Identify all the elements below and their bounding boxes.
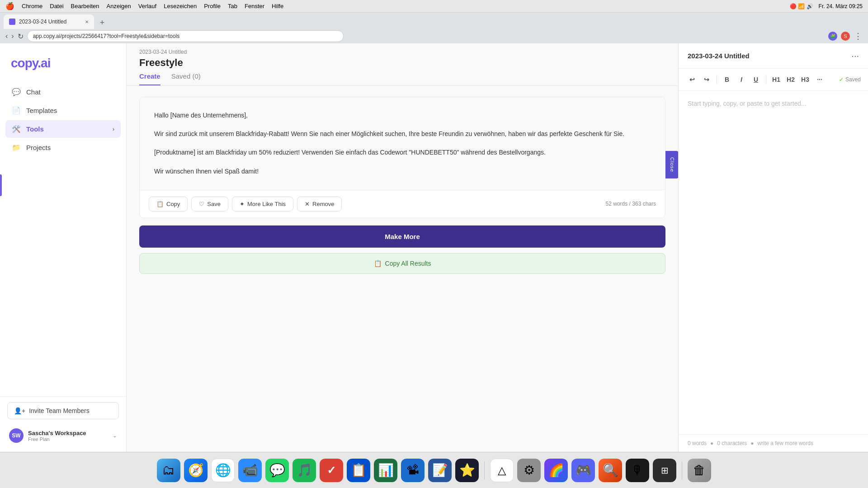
sidebar-item-chat[interactable]: 💬 Chat [5, 83, 121, 101]
more-like-this-icon: ✦ [240, 201, 245, 207]
apple-icon[interactable]: 🍎 [5, 2, 14, 10]
tools-chevron-icon: › [113, 126, 114, 132]
workspace-row[interactable]: SW Sascha's Workspace Free Plan ⌄ [7, 425, 119, 446]
profile-icon[interactable]: S [841, 32, 850, 41]
h1-button[interactable]: H1 [770, 73, 783, 86]
copy-all-icon: 📋 [374, 260, 382, 267]
dock-keynote[interactable]: 📽 [401, 459, 425, 482]
menu-lesezeichen[interactable]: Lesezeichen [164, 3, 197, 9]
make-more-button[interactable]: Make More [139, 225, 665, 248]
menu-hilfe[interactable]: Hilfe [272, 3, 283, 9]
redo-button[interactable]: ↪ [700, 73, 713, 86]
dock-trello[interactable]: 📋 [347, 459, 370, 482]
reload-button[interactable]: ↻ [18, 32, 24, 41]
panel-more-button[interactable]: ··· [851, 51, 859, 61]
panel-header: 2023-03-24 Untitled ··· [679, 43, 868, 69]
footer-words: 0 words [688, 440, 707, 446]
dock-arc[interactable]: 🌈 [544, 459, 568, 482]
h2-button[interactable]: H2 [784, 73, 797, 86]
copy-label: Copy [166, 201, 180, 207]
dock-todoist[interactable]: ✓ [320, 459, 343, 482]
tools-icon: 🛠️ [12, 125, 21, 133]
tab-close-button[interactable]: ✕ [85, 19, 89, 24]
sidebar-item-tools[interactable]: 🛠️ Tools › [5, 120, 121, 138]
menu-verlauf[interactable]: Verlauf [138, 3, 156, 9]
tab-create[interactable]: Create [139, 72, 160, 85]
footer-dot-1: ● [710, 440, 713, 446]
back-button[interactable]: ‹ [5, 32, 8, 40]
menu-chrome[interactable]: Chrome [22, 3, 42, 9]
dock-gdrive[interactable]: △ [490, 459, 514, 482]
url-field[interactable]: app.copy.ai/projects/22566417?tool=Frees… [27, 30, 344, 42]
menu-fenster[interactable]: Fenster [245, 3, 264, 9]
tab-bar: 2023-03-24 Untitled ✕ + [0, 13, 868, 29]
dock: 🗂 🧭 🌐 📹 💬 🎵 ✓ 📋 📊 📽 📝 ⭐ △ ⚙ 🌈 🎮 🔍 🎙 ⊞ 🗑 [0, 452, 868, 488]
sidebar-logo: copy.ai [0, 43, 126, 80]
tab-saved[interactable]: Saved (0) [171, 72, 201, 85]
copy-all-button[interactable]: 📋 Copy All Results [139, 253, 665, 274]
dock-notchmeister[interactable]: ⭐ [455, 459, 479, 482]
result-line4: Wir wünschen Ihnen viel Spaß damit! [154, 166, 651, 177]
result-line3: [Produktname] ist am Blackfriday um 50% … [154, 147, 651, 158]
bold-button[interactable]: B [721, 73, 733, 86]
sidebar: copy.ai 💬 Chat 📄 Templates 🛠️ Tools › 📁 … [0, 43, 127, 452]
mac-topbar: 🍎 Chrome Datei Bearbeiten Anzeigen Verla… [0, 0, 868, 13]
dock-discord[interactable]: 🎮 [571, 459, 595, 482]
copy-button[interactable]: 📋 Copy [149, 197, 188, 211]
remove-label: Remove [312, 201, 334, 207]
panel-body[interactable]: Start typing, copy, or paste to get star… [679, 91, 868, 434]
browser-chrome: 2023-03-24 Untitled ✕ + ‹ › ↻ app.copy.a… [0, 13, 868, 43]
main-header: 2023-03-24 Untitled Freestyle Create Sav… [127, 43, 678, 86]
result-text-area: Hallo [Name des Unternehmens], Wir sind … [140, 97, 665, 190]
new-tab-button[interactable]: + [96, 16, 108, 29]
dock-chrome[interactable]: 🌐 [211, 459, 235, 482]
forward-button[interactable]: › [11, 32, 14, 40]
menu-profile[interactable]: Profile [204, 3, 221, 9]
dock-whatsapp[interactable]: 💬 [265, 459, 289, 482]
underline-button[interactable]: U [750, 73, 762, 86]
dock-finder[interactable]: 🗂 [157, 459, 180, 482]
close-tab-button[interactable]: Close [665, 151, 678, 178]
word-count: 52 words / 363 chars [606, 201, 656, 207]
breadcrumb: 2023-03-24 Untitled [139, 49, 665, 55]
dock-trash[interactable]: 🗑 [688, 459, 711, 482]
menu-bearbeiten[interactable]: Bearbeiten [71, 3, 99, 9]
active-indicator [0, 174, 2, 196]
menu-icon[interactable]: ⋮ [854, 32, 863, 41]
remove-button[interactable]: ✕ Remove [297, 197, 342, 211]
menu-anzeigen[interactable]: Anzeigen [107, 3, 131, 9]
footer-dot-2: ● [750, 440, 754, 446]
menu-tab[interactable]: Tab [228, 3, 237, 9]
browser-tab-active[interactable]: 2023-03-24 Untitled ✕ [4, 14, 94, 29]
dock-word[interactable]: 📝 [428, 459, 452, 482]
saved-status: ✓ Saved [839, 76, 861, 83]
more-like-this-button[interactable]: ✦ More Like This [232, 197, 293, 211]
toolbar-more-button[interactable]: ··· [813, 73, 826, 86]
sidebar-item-templates[interactable]: 📄 Templates [5, 102, 121, 119]
main-content: 2023-03-24 Untitled Freestyle Create Sav… [127, 43, 678, 452]
dock-safari[interactable]: 🧭 [184, 459, 208, 482]
result-card: Hallo [Name des Unternehmens], Wir sind … [139, 97, 665, 218]
invite-team-button[interactable]: 👤+ Invite Team Members [7, 402, 119, 419]
templates-icon: 📄 [12, 106, 21, 115]
menu-datei[interactable]: Datei [50, 3, 63, 9]
dock-mission[interactable]: ⊞ [653, 459, 676, 482]
tab-navigation: Create Saved (0) [139, 72, 665, 85]
sidebar-navigation: 💬 Chat 📄 Templates 🛠️ Tools › 📁 Projects [0, 80, 126, 396]
extensions-icon[interactable]: 🧩 [828, 32, 837, 41]
workspace-plan: Free Plan [28, 436, 108, 442]
tab-title: 2023-03-24 Untitled [19, 19, 66, 25]
dock-spotify[interactable]: 🎵 [292, 459, 316, 482]
result-line1: Hallo [Name des Unternehmens], [154, 110, 651, 121]
dock-excel[interactable]: 📊 [374, 459, 397, 482]
save-button[interactable]: ♡ Save [191, 197, 228, 211]
sidebar-item-projects[interactable]: 📁 Projects [5, 139, 121, 156]
dock-soundwave[interactable]: 🎙 [626, 459, 649, 482]
undo-button[interactable]: ↩ [686, 73, 698, 86]
h3-button[interactable]: H3 [799, 73, 811, 86]
dock-alfred[interactable]: 🔍 [599, 459, 622, 482]
dock-settings[interactable]: ⚙ [517, 459, 541, 482]
italic-button[interactable]: I [735, 73, 748, 86]
dock-zoom[interactable]: 📹 [238, 459, 262, 482]
address-bar: ‹ › ↻ app.copy.ai/projects/22566417?tool… [0, 29, 868, 43]
